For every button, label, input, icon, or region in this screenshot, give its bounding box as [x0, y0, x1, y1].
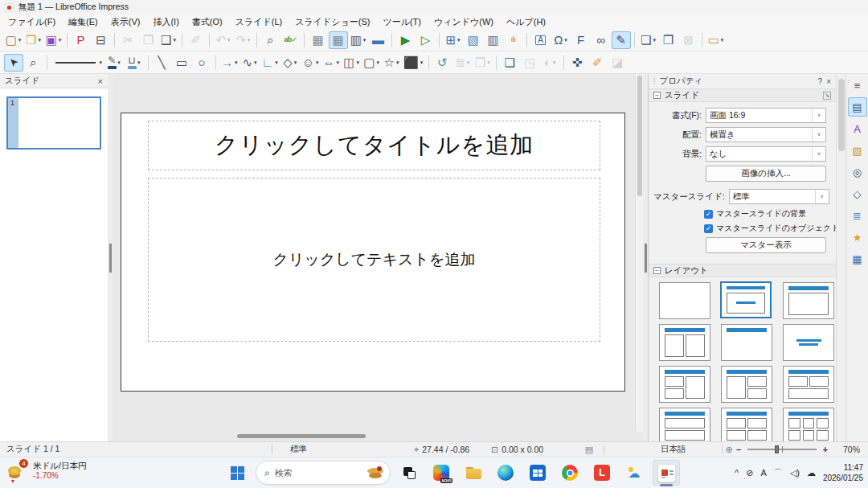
slide-section-header[interactable]: − スライド ↘ — [649, 88, 836, 102]
vertical-scrollbar-thumb[interactable] — [637, 76, 642, 196]
search-seasonal-image[interactable] — [366, 465, 385, 481]
horizontal-scrollbar[interactable] — [113, 433, 633, 439]
layout-two-content-right[interactable] — [721, 366, 772, 403]
slide-thumbnail-1[interactable]: 1 — [6, 96, 101, 150]
impress-taskbar-button[interactable] — [653, 460, 680, 486]
master-slide-select[interactable]: 標準 ˅ — [729, 189, 829, 204]
layout-six-content[interactable] — [783, 408, 834, 441]
tab-gallery[interactable]: ▧ — [848, 141, 867, 160]
gluepoints-button[interactable]: ✐ — [588, 54, 607, 72]
curves-polygons-button[interactable]: ∿▾ — [240, 54, 260, 72]
special-character-button[interactable]: Ω▾ — [551, 31, 571, 49]
menu-view[interactable]: 表示(V) — [104, 15, 147, 29]
menu-slide[interactable]: スライド(L) — [229, 15, 289, 29]
right-splitter[interactable] — [643, 74, 648, 441]
rectangle-button[interactable]: ▭ — [172, 54, 191, 72]
tab-navigator[interactable]: ◎ — [848, 162, 867, 182]
chevron-down-icon[interactable]: ˅ — [812, 147, 825, 161]
close-icon[interactable]: × — [826, 77, 831, 86]
new-slide-button[interactable]: ❏▾ — [639, 31, 658, 49]
insert-line-button[interactable]: ╲ — [152, 54, 171, 72]
menu-window[interactable]: ウィンドウ(W) — [428, 15, 500, 29]
fit-slide-icon[interactable]: ⊕ — [726, 445, 733, 455]
notifications-off-icon[interactable]: ⊘ — [746, 468, 753, 478]
master-view-button[interactable]: マスター表示 — [706, 237, 826, 253]
hyperlink-button[interactable]: ∞ — [592, 31, 611, 49]
checkbox-checked-icon[interactable]: ✓ — [704, 224, 713, 233]
vertical-scrollbar[interactable] — [635, 74, 643, 432]
file-explorer-button[interactable] — [460, 460, 487, 486]
new-document-button[interactable]: ▢▾ — [4, 31, 23, 49]
chrome-app-button[interactable] — [556, 460, 583, 486]
paste-button[interactable]: ❑▾ — [159, 31, 178, 49]
layout-two-content-over[interactable] — [783, 366, 834, 403]
export-pdf-button[interactable]: P — [72, 31, 91, 49]
master-background-checkbox[interactable]: ✓ マスタースライドの背景 — [704, 208, 826, 219]
layout-title-content-2[interactable] — [783, 282, 834, 319]
flowchart-button[interactable]: ◫▾ — [342, 54, 361, 72]
insert-textbox-button[interactable]: A — [531, 31, 551, 49]
duplicate-slide-button[interactable]: ❐ — [659, 31, 678, 49]
stars-banners-button[interactable]: ☆▾ — [382, 54, 401, 72]
callouts-button[interactable]: ▢▾ — [362, 54, 381, 72]
content-placeholder[interactable]: クリックしてテキストを追加 — [148, 178, 600, 342]
master-objects-checkbox[interactable]: ✓ マスタースライドのオブジェクト — [704, 223, 826, 234]
microsoft-store-button[interactable] — [524, 460, 551, 486]
help-icon[interactable]: ? — [818, 77, 823, 86]
layout-two-rows[interactable] — [659, 408, 710, 441]
start-from-first-slide-button[interactable]: ▶ — [396, 31, 416, 49]
volume-icon[interactable]: ◁) — [790, 468, 800, 478]
tab-master-slides[interactable]: ▦ — [848, 249, 867, 269]
zoom-slider[interactable] — [747, 449, 817, 450]
menu-help[interactable]: ヘルプ(H) — [500, 15, 552, 29]
menu-file[interactable]: ファイル(F) — [2, 15, 62, 29]
close-icon[interactable]: × — [98, 76, 103, 86]
basic-shapes-button[interactable]: ◇▾ — [280, 54, 300, 72]
tray-chevron-icon[interactable]: ^ — [735, 468, 739, 478]
snap-to-grid-button[interactable]: ▦ — [329, 31, 348, 49]
lines-arrows-button[interactable]: →▾ — [219, 54, 240, 72]
display-views-button[interactable]: ▥▾ — [349, 31, 368, 49]
layout-centered-text[interactable] — [783, 324, 834, 361]
layout-four-content[interactable] — [721, 408, 772, 441]
menu-tools[interactable]: ツール(T) — [376, 15, 428, 29]
menu-slideshow[interactable]: スライドショー(S) — [289, 15, 376, 29]
ime-mode-icon[interactable]: A — [760, 468, 766, 478]
checkbox-checked-icon[interactable]: ✓ — [704, 210, 713, 219]
horizontal-scrollbar-thumb[interactable] — [237, 434, 366, 438]
block-arrows-button[interactable]: ⇔▾ — [321, 54, 342, 72]
collapse-icon[interactable]: − — [653, 92, 661, 99]
orientation-select[interactable]: 横置き ˅ — [706, 127, 826, 142]
layout-section-header[interactable]: − レイアウト — [649, 264, 836, 277]
task-view-button[interactable] — [395, 460, 423, 486]
zoom-slider-thumb[interactable] — [775, 445, 779, 453]
edge-app-button[interactable] — [492, 460, 519, 486]
menu-edit[interactable]: 編集(E) — [62, 15, 104, 29]
tab-properties[interactable]: ▤ — [848, 97, 867, 117]
search-input[interactable]: ⌕ 検索 — [256, 461, 391, 485]
menu-format[interactable]: 書式(O) — [186, 15, 229, 29]
cloud-tray-icon[interactable]: ☁ — [807, 468, 816, 478]
l-app-button[interactable]: L — [588, 460, 616, 486]
connectors-button[interactable]: ∟▾ — [260, 54, 280, 72]
splitter-grip[interactable] — [109, 244, 112, 273]
master-slide-button[interactable]: ▬ — [369, 31, 388, 49]
start-from-current-slide-button[interactable]: ▷ — [416, 31, 436, 49]
splitter-grip[interactable] — [645, 244, 647, 273]
rotate-button[interactable]: ↺ — [432, 54, 452, 72]
insert-media-button[interactable]: ▥ — [484, 31, 503, 49]
ellipse-button[interactable]: ○ — [192, 54, 211, 72]
stocks-widget[interactable]: 4 ▾ 米ドル/日本円 -1.70% — [6, 461, 86, 482]
layout-title-only[interactable] — [721, 324, 772, 361]
chevron-down-icon[interactable]: ˅ — [812, 109, 825, 122]
tab-animation[interactable]: ★ — [848, 228, 867, 247]
shadow-button[interactable]: ❏ — [500, 54, 519, 72]
menu-insert[interactable]: 挿入(I) — [146, 15, 185, 29]
show-draw-functions-button[interactable]: ✎ — [612, 31, 631, 49]
fill-color-button[interactable]: ⊔▾ — [125, 54, 144, 72]
text-language[interactable]: 日本語 — [625, 444, 722, 455]
chevron-down-icon[interactable]: ˅ — [815, 190, 829, 203]
background-select[interactable]: なし ˅ — [706, 146, 826, 162]
open-button[interactable]: ❒▾ — [24, 31, 43, 49]
chevron-down-icon[interactable]: ˅ — [812, 128, 825, 141]
